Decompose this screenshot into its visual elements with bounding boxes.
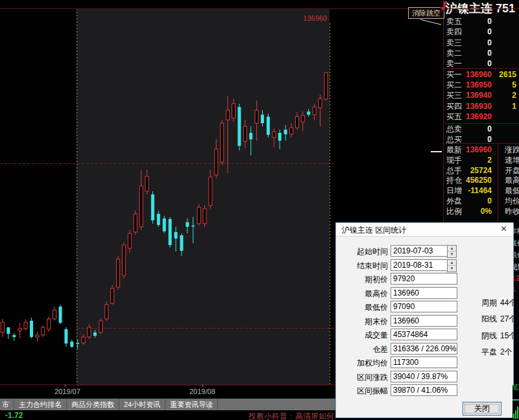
candle	[18, 323, 21, 338]
spinner-up-icon[interactable]: ▲	[448, 260, 456, 266]
ticker-change-value: -1.72	[5, 411, 23, 420]
trading-app-window: 136960 消除跳空 沪镍主连 751 卖五0卖四0卖三0卖二0卖一0买一13…	[0, 0, 519, 420]
dialog-field-row: 加权均价117300	[336, 356, 513, 368]
field-input[interactable]: 97090	[391, 301, 457, 312]
close-button[interactable]: 关闭	[463, 402, 501, 415]
range-stat: 阳线27个	[481, 314, 514, 325]
date-spinner[interactable]: ▲▼	[447, 245, 457, 258]
quote-row-label: 买四	[446, 101, 462, 111]
quote-row[interactable]: 买一1369602615	[444, 69, 519, 80]
stat-label: 平盘	[481, 347, 497, 356]
quote-row[interactable]: 卖二0	[444, 48, 519, 58]
dialog-title-bar[interactable]: 沪镍主连 区间统计 ✕	[336, 223, 513, 237]
bottom-tab-0[interactable]: 市	[0, 399, 14, 410]
quote-row-right-label: 昨收	[505, 206, 519, 216]
field-input[interactable]: 117300	[391, 356, 457, 368]
dialog-field-row: 区间振幅39870 / 41.06%	[336, 384, 513, 396]
field-input[interactable]: 97920	[391, 273, 457, 285]
stat-label: 周期	[481, 298, 497, 307]
bottom-tab-4[interactable]: 重要资讯导读	[165, 399, 218, 410]
quote-row-label: 卖一	[446, 58, 462, 69]
quote-row[interactable]: 卖五0	[444, 16, 519, 27]
quote-row[interactable]: 总手25724开盘	[444, 165, 519, 176]
candle	[284, 125, 287, 141]
remove-gap-tag[interactable]: 消除跳空	[408, 7, 444, 19]
quote-row[interactable]: 日增-11464最低	[444, 185, 519, 196]
quote-row[interactable]: 比例0%昨收	[444, 206, 519, 216]
date-spinner[interactable]: ▲▼	[447, 259, 457, 272]
remove-gap-label: 消除跳空	[412, 9, 441, 17]
quote-row-value: 25724	[463, 165, 492, 176]
candle	[290, 123, 293, 137]
candle	[47, 316, 51, 332]
candle	[59, 305, 62, 324]
quote-row[interactable]: 最新136960涨跌	[444, 145, 519, 155]
candle	[99, 318, 103, 334]
quote-row[interactable]: 外盘0均价	[444, 196, 519, 206]
corner-char: 笔	[512, 382, 519, 392]
field-input[interactable]: 39870 / 41.06%	[391, 384, 457, 396]
field-input[interactable]: 136960	[391, 315, 457, 327]
quote-row[interactable]: 卖四0	[444, 27, 519, 37]
candle	[226, 96, 230, 173]
dialog-field-row: 期初价97920	[336, 273, 513, 285]
close-icon[interactable]: ✕	[499, 224, 509, 234]
candle	[197, 204, 200, 226]
candle	[324, 73, 328, 100]
quote-row-label: 比例	[446, 206, 462, 216]
field-input[interactable]: 316336 / 226.09%	[391, 343, 457, 355]
quote-row[interactable]: 持仓456250最高	[444, 175, 519, 185]
bottom-tab-3[interactable]: 24小时资讯	[119, 399, 165, 410]
quote-row[interactable]: 卖一0	[444, 58, 519, 69]
spinner-up-icon[interactable]: ▲	[448, 246, 456, 251]
candlestick-chart[interactable]: 136960	[0, 0, 335, 386]
candle	[175, 227, 178, 251]
field-input[interactable]: 39040 / 39.87%	[391, 371, 457, 382]
field-label: 区间振幅	[336, 386, 388, 397]
candle	[93, 330, 97, 338]
quote-row-value: 0	[463, 58, 492, 69]
spinner-down-icon[interactable]: ▼	[448, 251, 456, 257]
spinner-down-icon[interactable]: ▼	[448, 266, 456, 271]
candle	[295, 112, 298, 130]
quote-row[interactable]: 卖三0	[444, 38, 519, 48]
candle	[301, 111, 304, 131]
candle	[243, 120, 247, 148]
candle	[64, 327, 67, 347]
field-label: 最低价	[336, 302, 388, 313]
panel-divider	[444, 143, 519, 144]
quote-row-volume: 1	[494, 101, 516, 111]
quote-row[interactable]: 买四1369301	[444, 101, 519, 111]
quote-row[interactable]: 现手2速增	[444, 155, 519, 165]
range-end-price-label: 136960	[297, 14, 327, 22]
range-statistics-dialog: 沪镍主连 区间统计 ✕ 起始时间2019-07-03▲▼结束时间2019-08-…	[335, 222, 514, 418]
field-input[interactable]: 2019-07-03	[391, 245, 448, 257]
field-input[interactable]: 136960	[391, 287, 457, 299]
field-input[interactable]: 2019-08-31	[391, 259, 448, 271]
candle	[1, 319, 5, 337]
field-label: 期初价	[336, 274, 388, 285]
quote-row-label: 卖四	[446, 27, 462, 37]
range-stat: 阴线15个	[481, 331, 514, 342]
quote-row-value: 136960	[463, 145, 492, 155]
quote-row[interactable]: 买三1369402	[444, 90, 519, 100]
field-label: 起始时间	[336, 246, 388, 257]
field-input[interactable]: 45374864	[391, 329, 457, 340]
candle	[237, 104, 241, 150]
quote-row[interactable]: 买五136920	[444, 111, 519, 122]
candle	[111, 285, 114, 305]
quote-row[interactable]: 买二1369505	[444, 80, 519, 90]
candle	[139, 170, 143, 230]
quote-row-label: 买一	[446, 69, 462, 80]
candle	[157, 211, 160, 227]
quote-row-value: 0	[463, 38, 492, 48]
bottom-tab-1[interactable]: 主力合约排名	[14, 399, 67, 410]
latest-price-marker	[431, 151, 442, 152]
quote-row-value: 0	[463, 27, 492, 37]
candle	[151, 191, 154, 224]
quote-row-value: 136940	[463, 90, 492, 100]
quote-row-label: 买三	[446, 90, 462, 100]
candle	[6, 327, 10, 339]
quote-row[interactable]: 总卖0	[444, 124, 519, 134]
bottom-tab-2[interactable]: 商品分类指数	[67, 399, 119, 410]
